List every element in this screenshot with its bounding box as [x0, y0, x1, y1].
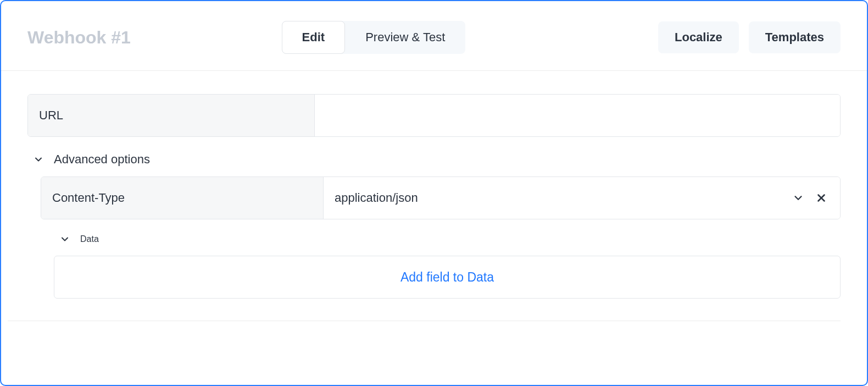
header: Webhook #1 Edit Preview & Test Localize …	[1, 1, 867, 71]
url-field-row: URL	[27, 94, 841, 137]
content-type-row: Content-Type application/json	[41, 177, 841, 219]
templates-button[interactable]: Templates	[749, 21, 841, 53]
url-field-label: URL	[28, 95, 315, 136]
advanced-options-label: Advanced options	[54, 152, 150, 167]
add-field-to-data-button[interactable]: Add field to Data	[54, 256, 841, 299]
tab-edit[interactable]: Edit	[282, 21, 346, 54]
content-type-value: application/json	[335, 191, 783, 205]
chevron-down-icon	[59, 234, 70, 245]
chevron-down-icon	[791, 190, 806, 206]
webhook-editor-panel: Webhook #1 Edit Preview & Test Localize …	[0, 0, 868, 386]
header-actions: Localize Templates	[658, 21, 841, 53]
close-icon[interactable]	[814, 190, 829, 206]
url-field-value-wrap	[315, 95, 840, 136]
data-section-label: Data	[80, 234, 99, 244]
body: URL Advanced options Content-Type applic…	[1, 71, 867, 321]
section-divider	[8, 321, 841, 321]
add-field-to-data-label: Add field to Data	[400, 270, 494, 285]
localize-button-label: Localize	[675, 30, 722, 44]
localize-button[interactable]: Localize	[658, 21, 739, 53]
tab-edit-label: Edit	[302, 30, 325, 44]
advanced-options-toggle[interactable]: Advanced options	[27, 137, 841, 177]
tab-preview-test-label: Preview & Test	[365, 30, 445, 44]
page-title: Webhook #1	[27, 27, 131, 48]
tabs: Edit Preview & Test	[282, 21, 466, 54]
data-toggle[interactable]: Data	[41, 219, 841, 256]
chevron-down-icon	[33, 154, 44, 165]
url-input[interactable]	[326, 95, 829, 136]
content-type-select[interactable]: application/json	[324, 177, 840, 219]
tab-preview-test[interactable]: Preview & Test	[345, 21, 465, 54]
templates-button-label: Templates	[765, 30, 824, 44]
content-type-label: Content-Type	[41, 177, 324, 219]
